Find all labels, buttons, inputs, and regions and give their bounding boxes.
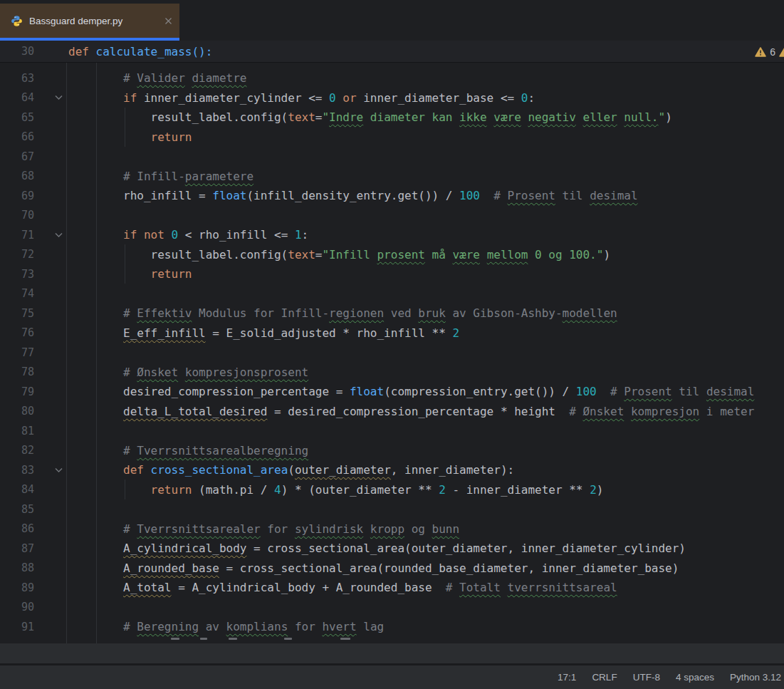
editor-tab-bassguard-demper[interactable]: Bassguard demper.py <box>0 4 179 38</box>
code-segment <box>521 110 528 124</box>
code-line-64[interactable]: 64 if inner_diameter_cylinder <= 0 or in… <box>0 88 784 108</box>
code-line-91[interactable]: 91 # Beregning av komplians for hvert la… <box>0 617 784 637</box>
code-line-81[interactable]: 81 <box>0 421 784 441</box>
code-text: delta_L_total_desired = desired_compress… <box>68 405 754 418</box>
line-number[interactable]: 89 <box>0 581 34 594</box>
code-segment: regionen <box>329 306 384 320</box>
line-number[interactable]: 78 <box>0 366 34 378</box>
code-segment: return <box>151 130 192 144</box>
line-number[interactable]: 90 <box>0 601 34 613</box>
code-line-77[interactable]: 77 <box>0 343 784 363</box>
code-line-71[interactable]: 71 if not 0 < rho_infill <= 1: <box>0 225 784 245</box>
code-segment: kropp <box>370 522 404 536</box>
code-segment: = E_solid_adjusted * rho_infill ** <box>206 326 453 340</box>
line-number[interactable]: 73 <box>0 268 34 281</box>
line-number[interactable]: 75 <box>0 307 34 320</box>
line-number[interactable]: 69 <box>0 190 34 202</box>
code-segment: # Infill- <box>123 170 185 183</box>
code-line-67[interactable]: 67 <box>0 147 784 167</box>
fold-chevron-icon[interactable] <box>54 95 63 100</box>
code-text: return <box>68 267 192 281</box>
code-segment: (math.pi / <box>192 483 274 497</box>
code-segment: 2 <box>590 483 597 497</box>
code-segment: delta_L_total_desired <box>123 405 267 418</box>
fold-chevron-icon[interactable] <box>54 232 63 238</box>
code-segment: # <box>123 620 137 633</box>
code-line-76[interactable]: 76 E_eff_infill = E_solid_adjusted * rho… <box>0 323 784 343</box>
line-number[interactable]: 77 <box>0 346 34 359</box>
line-number[interactable]: 68 <box>0 170 34 182</box>
code-line-63[interactable]: 63 # Valider diametre <box>0 68 784 88</box>
sticky-function-header[interactable]: 30 def calculate_mass(): 6 <box>0 41 784 63</box>
code-segment: lag <box>357 620 385 633</box>
line-number[interactable]: 91 <box>0 621 34 633</box>
line-number[interactable]: 87 <box>0 542 34 555</box>
line-number[interactable]: 65 <box>0 111 34 124</box>
code-line-87[interactable]: 87 A_cylindrical_body = cross_sectional_… <box>0 539 784 559</box>
code-segment: 100 <box>576 385 597 398</box>
line-number[interactable]: 63 <box>0 72 34 85</box>
line-number[interactable]: 66 <box>0 130 34 143</box>
sticky-line-number: 30 <box>0 45 34 58</box>
code-line-84[interactable]: 84 return (math.pi / 4) * (outer_diamete… <box>0 480 784 500</box>
code-line-85[interactable]: 85 <box>0 499 784 519</box>
status-item-indent-style[interactable]: 4 spaces <box>676 672 714 683</box>
line-number[interactable]: 67 <box>0 150 34 163</box>
code-text: # Tverrsnittsarealer for sylindrisk krop… <box>68 522 459 536</box>
line-number[interactable]: 86 <box>0 522 34 535</box>
tab-close-icon[interactable] <box>164 17 172 25</box>
code-segment: Prosent <box>508 189 555 202</box>
code-line-73[interactable]: 73 return <box>0 264 784 284</box>
code-editor[interactable]: 63 # Valider diametre64 if inner_diamete… <box>0 63 784 643</box>
code-line-83[interactable]: 83 def cross_sectional_area(outer_diamet… <box>0 460 784 480</box>
code-line-78[interactable]: 78 # Ønsket kompresjonsprosent <box>0 363 784 383</box>
line-number[interactable]: 85 <box>0 503 34 516</box>
code-line-65[interactable]: 65 result_label.config(text="Indre diame… <box>0 108 784 128</box>
code-segment: # <box>123 306 137 320</box>
line-number[interactable]: 80 <box>0 405 34 418</box>
code-line-82[interactable]: 82 # Tverrsnittsarealberegning <box>0 441 784 461</box>
code-segment: A_rounded_base <box>123 561 219 575</box>
code-segment: text <box>288 110 315 124</box>
code-segment: inner_diameter_cylinder <= <box>137 91 329 105</box>
line-number[interactable]: 84 <box>0 483 34 496</box>
line-number[interactable]: 71 <box>0 229 34 242</box>
status-item-python-interpreter[interactable]: Python 3.12 <box>730 672 781 683</box>
line-number[interactable]: 64 <box>0 91 34 104</box>
line-number[interactable]: 74 <box>0 287 34 300</box>
line-number[interactable]: 81 <box>0 425 34 437</box>
status-item-line-separator[interactable]: CRLF <box>592 672 617 683</box>
sticky-code-text: def calculate_mass(): <box>34 45 212 58</box>
code-text: def cross_sectional_area(outer_diameter,… <box>68 463 514 477</box>
line-number[interactable]: 83 <box>0 464 34 477</box>
code-line-86[interactable]: 86 # Tverrsnittsarealer for sylindrisk k… <box>0 519 784 539</box>
code-line-90[interactable]: 90 <box>0 598 784 618</box>
code-segment: 0 <box>329 91 336 105</box>
code-segment: " <box>322 110 329 124</box>
code-segment: float <box>212 189 246 202</box>
line-number[interactable]: 82 <box>0 444 34 457</box>
code-line-88[interactable]: 88 A_rounded_base = cross_sectional_area… <box>0 559 784 579</box>
inspections-widget[interactable]: 6 <box>755 41 784 63</box>
status-item-file-encoding[interactable]: UTF-8 <box>633 672 660 683</box>
line-number[interactable]: 88 <box>0 561 34 574</box>
code-line-69[interactable]: 69 rho_infill = float(infill_density_ent… <box>0 186 784 206</box>
code-segment: E_eff_infill <box>123 326 206 340</box>
code-line-89[interactable]: 89 A_total = A_cylindrical_body + A_roun… <box>0 578 784 598</box>
code-line-79[interactable]: 79 desired_compression_percentage = floa… <box>0 382 784 402</box>
code-segment: = cross_sectional_area(rounded_base_diam… <box>219 561 679 575</box>
code-line-75[interactable]: 75 # Effektiv Modulus for Infill-regione… <box>0 304 784 323</box>
line-number[interactable]: 72 <box>0 248 34 261</box>
code-line-66[interactable]: 66 return <box>0 128 784 147</box>
line-number[interactable]: 76 <box>0 326 34 339</box>
line-number[interactable]: 70 <box>0 209 34 222</box>
code-line-74[interactable]: 74 <box>0 284 784 304</box>
code-line-70[interactable]: 70 <box>0 206 784 226</box>
status-item-caret-position[interactable]: 17:1 <box>558 672 576 683</box>
code-line-72[interactable]: 72 result_label.config(text="Infill pros… <box>0 245 784 265</box>
code-line-68[interactable]: 68 # Infill-parametere <box>0 167 784 187</box>
code-segment: , inner_diameter): <box>391 463 514 477</box>
code-line-80[interactable]: 80 delta_L_total_desired = desired_compr… <box>0 402 784 422</box>
fold-chevron-icon[interactable] <box>54 467 63 473</box>
line-number[interactable]: 79 <box>0 385 34 398</box>
